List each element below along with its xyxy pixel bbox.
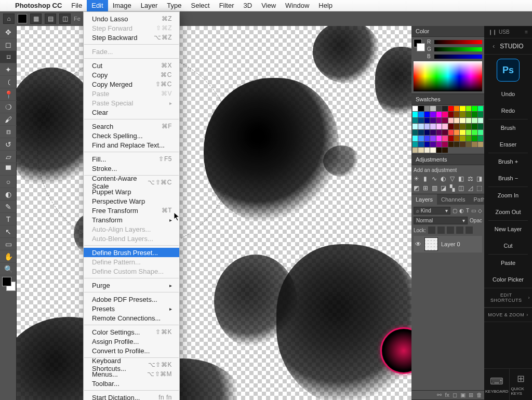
menu-filter[interactable]: Filter bbox=[215, 0, 239, 11]
tool-hand[interactable]: ✋ bbox=[0, 250, 17, 263]
swatch[interactable] bbox=[418, 106, 423, 111]
swatch[interactable] bbox=[424, 136, 430, 141]
swatch[interactable] bbox=[424, 106, 430, 111]
swatch[interactable] bbox=[472, 130, 477, 135]
swatch[interactable] bbox=[442, 124, 447, 129]
menu-item-undo-lasso[interactable]: Undo Lasso⌘Z bbox=[84, 14, 179, 23]
color-bg-swatch[interactable] bbox=[417, 43, 425, 51]
posterize-icon[interactable]: ▚ bbox=[449, 184, 455, 192]
swatches-panel-title[interactable]: Swatches bbox=[411, 94, 484, 105]
swatch[interactable] bbox=[430, 130, 435, 135]
menu-item-keyboard-shortcuts[interactable]: Keyboard Shortcuts...⌥⇧⌘K bbox=[84, 360, 179, 369]
filter-shape-icon[interactable]: ▭ bbox=[471, 208, 476, 214]
menu-item-copy-merged[interactable]: Copy Merged⇧⌘C bbox=[84, 79, 179, 89]
swatch[interactable] bbox=[442, 118, 447, 123]
swatch[interactable] bbox=[430, 142, 435, 147]
swatch[interactable] bbox=[460, 136, 465, 141]
menu-image[interactable]: Image bbox=[108, 0, 136, 11]
curves-icon[interactable]: ∿ bbox=[432, 175, 437, 182]
lock-artboard-icon[interactable] bbox=[456, 226, 463, 234]
swatch[interactable] bbox=[442, 136, 447, 141]
menu-item-stroke[interactable]: Stroke... bbox=[84, 164, 179, 173]
swatch[interactable] bbox=[472, 118, 477, 123]
swatch[interactable] bbox=[413, 118, 418, 123]
shortcut-eraser[interactable]: Eraser bbox=[484, 136, 532, 153]
tab-channels[interactable]: Channels bbox=[437, 194, 469, 205]
lock-transparent-icon[interactable] bbox=[428, 226, 435, 234]
menu-item-presets[interactable]: Presets bbox=[84, 304, 179, 313]
swatch[interactable] bbox=[413, 106, 418, 111]
swatch[interactable] bbox=[466, 142, 471, 147]
swatch[interactable] bbox=[424, 112, 430, 117]
swatch[interactable] bbox=[413, 112, 418, 117]
tool-blur[interactable]: ○ bbox=[0, 176, 17, 188]
shortcut-brush-[interactable]: Brush + bbox=[484, 153, 532, 170]
layer-row[interactable]: 👁 Layer 0 bbox=[414, 236, 482, 252]
invert-icon[interactable]: ◪ bbox=[441, 184, 446, 192]
swatch[interactable] bbox=[418, 148, 423, 153]
fg-color-swatch[interactable] bbox=[2, 277, 11, 286]
tool-dodge[interactable]: ◐ bbox=[0, 188, 17, 201]
menu-item-find-and-replace-text[interactable]: Find and Replace Text... bbox=[84, 140, 179, 150]
new-layer-icon[interactable]: ⊞ bbox=[469, 392, 473, 398]
shortcut-new-layer[interactable]: New Layer bbox=[484, 221, 532, 237]
menu-file[interactable]: File bbox=[66, 0, 87, 11]
menu-view[interactable]: View bbox=[257, 0, 281, 11]
filter-type-icon[interactable]: T bbox=[466, 208, 469, 214]
swatch[interactable] bbox=[424, 118, 430, 123]
shortcut-undo[interactable]: Undo bbox=[484, 86, 532, 102]
swatch[interactable] bbox=[454, 142, 459, 147]
tool-brush[interactable]: 🖌 bbox=[0, 113, 17, 126]
swatch[interactable] bbox=[454, 130, 459, 135]
menu-type[interactable]: Type bbox=[162, 0, 186, 11]
tool-pen[interactable]: ✎ bbox=[0, 201, 17, 213]
swatch[interactable] bbox=[430, 136, 435, 141]
home-icon[interactable]: ⌂ bbox=[3, 14, 15, 24]
lock-position-icon[interactable] bbox=[447, 226, 454, 234]
swatch[interactable] bbox=[436, 106, 442, 111]
menu-item-cut[interactable]: Cut⌘X bbox=[84, 61, 179, 70]
swatch[interactable] bbox=[478, 136, 483, 141]
swatch[interactable] bbox=[442, 130, 447, 135]
menu-3d[interactable]: 3D bbox=[239, 0, 257, 11]
swatch[interactable] bbox=[448, 142, 454, 147]
menu-item-check-spelling[interactable]: Check Spelling... bbox=[84, 131, 179, 140]
menu-window[interactable]: Window bbox=[281, 0, 314, 11]
menu-item-copy[interactable]: Copy⌘C bbox=[84, 70, 179, 79]
menu-item-purge[interactable]: Purge bbox=[84, 281, 179, 290]
menu-item-free-transform[interactable]: Free Transform⌘T bbox=[84, 206, 179, 215]
swatch[interactable] bbox=[413, 142, 418, 147]
astropad-app-badge[interactable]: Ps bbox=[484, 55, 532, 86]
menu-help[interactable]: Help bbox=[314, 0, 337, 11]
swatch[interactable] bbox=[448, 136, 454, 141]
menu-item-assign-profile[interactable]: Assign Profile... bbox=[84, 337, 179, 346]
swatch[interactable] bbox=[466, 136, 471, 141]
swatch[interactable] bbox=[460, 142, 465, 147]
swatch[interactable] bbox=[418, 118, 423, 123]
swatch[interactable] bbox=[466, 106, 471, 111]
menu-item-transform[interactable]: Transform bbox=[84, 215, 179, 224]
swatch[interactable] bbox=[424, 142, 430, 147]
menu-item-color-settings[interactable]: Color Settings...⇧⌘K bbox=[84, 327, 179, 337]
swatch[interactable] bbox=[448, 112, 454, 117]
swatch[interactable] bbox=[436, 136, 442, 141]
b-slider[interactable] bbox=[434, 55, 482, 59]
layer-mask-icon[interactable]: ◻ bbox=[453, 392, 457, 398]
tool-type[interactable]: T bbox=[0, 213, 17, 225]
swatch[interactable] bbox=[418, 136, 423, 141]
swatch[interactable] bbox=[466, 130, 471, 135]
filter-adjust-icon[interactable]: ◐ bbox=[459, 208, 464, 214]
option-icon-3[interactable]: ◫ bbox=[59, 14, 71, 24]
option-icon-1[interactable]: ▦ bbox=[30, 14, 42, 24]
swatch[interactable] bbox=[442, 148, 447, 153]
swatch[interactable] bbox=[454, 118, 459, 123]
photo-filter-icon[interactable]: ◩ bbox=[414, 184, 419, 192]
tool-color-swatches[interactable] bbox=[0, 275, 16, 296]
swatch[interactable] bbox=[460, 106, 465, 111]
swatch[interactable] bbox=[418, 124, 423, 129]
swatch[interactable] bbox=[454, 136, 459, 141]
option-icon-2[interactable]: ▤ bbox=[45, 14, 56, 24]
blend-mode-select[interactable]: Normal▾ bbox=[414, 217, 468, 224]
threshold-icon[interactable]: ◫ bbox=[458, 184, 464, 192]
menu-edit[interactable]: Edit bbox=[87, 0, 108, 11]
